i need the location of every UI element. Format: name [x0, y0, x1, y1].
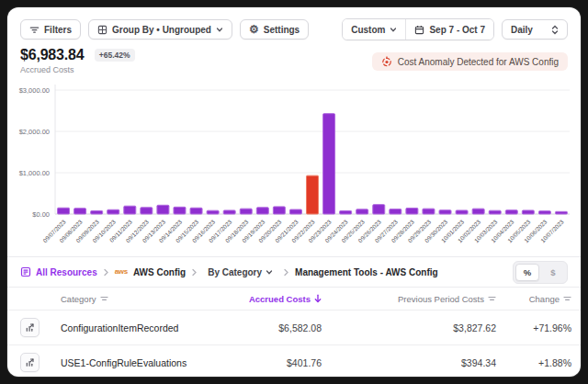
total-cost-value: $6,983.84 — [20, 47, 84, 62]
cost-bar-09/19/2023[interactable] — [256, 208, 268, 214]
column-accrued-label: Accrued Costs — [249, 294, 311, 304]
settings-button[interactable]: ⚙ Settings — [240, 19, 309, 40]
breadcrumb-root-label: All Resources — [36, 267, 97, 277]
cost-bar-09/15/2023[interactable] — [190, 208, 202, 214]
column-category[interactable]: Category — [61, 294, 187, 304]
accrued-cost-cell: $6,582.08 — [278, 322, 322, 333]
cost-bar-10/04/2023[interactable] — [505, 210, 517, 214]
cost-bar-09/20/2023[interactable] — [273, 207, 285, 214]
anomaly-bar-09/22/2023[interactable] — [307, 175, 319, 214]
cost-bar-09/27/2023[interactable] — [390, 209, 401, 214]
chart-area: $0.00$1,000.00$2,000.00$3,000.0009/07/20… — [7, 80, 581, 256]
cost-bar-10/07/2023[interactable] — [555, 211, 567, 214]
column-previous-period[interactable]: Previous Period Costs — [398, 294, 496, 304]
cost-delta-badge: +65.42% — [95, 49, 135, 62]
breadcrumb-all-resources[interactable]: All Resources — [20, 266, 97, 277]
category-cell: USE1-ConfigRuleEvaluations — [61, 357, 187, 368]
drill-down-button[interactable] — [20, 353, 40, 372]
cost-bar-09/12/2023[interactable] — [141, 208, 153, 214]
breadcrumb-detail: Management Tools - AWS Config — [295, 267, 438, 277]
table-row: USE1-ConfigRuleEvaluations$401.76$394.34… — [7, 344, 581, 377]
filters-button[interactable]: Filters — [20, 19, 81, 40]
updown-chevrons-icon — [551, 25, 559, 35]
cost-bar-09/26/2023[interactable] — [373, 205, 385, 214]
category-cell: ConfigurationItemRecorded — [61, 322, 187, 333]
unit-toggle: % $ — [513, 261, 568, 284]
y-tick-label: $3,000.00 — [19, 86, 50, 95]
table-body: ConfigurationItemRecorded$6,582.08$3,827… — [7, 310, 581, 377]
drill-down-button[interactable] — [20, 318, 40, 337]
breadcrumb: All Resources aws AWS Config By Category… — [7, 256, 581, 288]
kpi-block: $6,983.84 +65.42% Accrued Costs — [20, 47, 135, 74]
cost-bar-09/13/2023[interactable] — [157, 205, 169, 214]
cost-bar-09/18/2023[interactable] — [240, 209, 252, 214]
date-range-button[interactable]: Sep 7 - Oct 7 — [405, 19, 493, 40]
chevron-down-icon — [266, 268, 273, 276]
chevron-down-icon — [390, 26, 397, 33]
group-by-button[interactable]: Group By • Ungrouped — [88, 19, 232, 40]
grid-icon — [97, 25, 107, 35]
previous-cost-cell: $394.34 — [461, 357, 496, 368]
cost-bar-10/01/2023[interactable] — [456, 210, 468, 214]
settings-label: Settings — [264, 25, 300, 35]
table-row: ConfigurationItemRecorded$6,582.08$3,827… — [7, 310, 581, 344]
range-mode-button[interactable]: Custom — [343, 19, 405, 40]
cost-bar-09/08/2023[interactable] — [74, 209, 86, 214]
cost-bar-10/03/2023[interactable] — [489, 210, 501, 214]
range-mode-label: Custom — [351, 25, 385, 35]
breadcrumb-service: AWS Config — [133, 267, 186, 277]
cost-anomaly-alert[interactable]: Cost Anomaly Detected for AWS Config — [372, 52, 568, 71]
kpi-row: $6,983.84 +65.42% Accrued Costs Cost Ano… — [20, 47, 568, 78]
table-header: Category Accrued Costs Previous Period C… — [7, 288, 581, 310]
cost-bar-09/14/2023[interactable] — [174, 207, 186, 214]
resources-report-icon — [20, 266, 31, 277]
cost-bar-10/06/2023[interactable] — [538, 211, 550, 214]
aws-logo-icon: aws — [115, 267, 128, 276]
group-by-label: Group By • Ungrouped — [112, 25, 211, 35]
granularity-select[interactable]: Daily — [502, 19, 568, 40]
accrued-cost-cell: $401.76 — [287, 357, 322, 368]
calendar-icon — [414, 25, 424, 35]
sort-lines-icon — [488, 295, 496, 302]
cost-bar-09/30/2023[interactable] — [439, 210, 451, 214]
cost-bar-09/10/2023[interactable] — [107, 209, 119, 214]
sort-lines-icon — [563, 295, 571, 302]
anomaly-pulse-icon — [381, 56, 392, 67]
y-tick-label: $2,000.00 — [19, 128, 50, 136]
cost-bar-09/17/2023[interactable] — [223, 210, 235, 214]
percent-toggle-button[interactable]: % — [515, 264, 539, 281]
granularity-label: Daily — [511, 25, 533, 35]
gear-icon: ⚙ — [249, 24, 259, 35]
dollar-toggle-button[interactable]: $ — [541, 264, 565, 281]
filter-icon — [29, 25, 40, 35]
cost-bar-09/28/2023[interactable] — [406, 208, 418, 214]
cost-bar-09/07/2023[interactable] — [58, 208, 70, 214]
cost-bar-09/16/2023[interactable] — [207, 210, 219, 214]
column-change[interactable]: Change — [529, 294, 571, 304]
date-range-group: Custom Sep 7 - Oct 7 — [342, 18, 494, 40]
costs-table: Category Accrued Costs Previous Period C… — [7, 288, 581, 377]
cost-bar-10/05/2023[interactable] — [522, 210, 534, 214]
chevron-right-icon — [103, 268, 109, 277]
cost-bar-09/29/2023[interactable] — [423, 209, 435, 214]
dashboard-card: Filters Group By • Ungrouped ⚙ Settings … — [7, 7, 581, 377]
cost-bar-09/09/2023[interactable] — [91, 210, 103, 214]
chevron-right-icon — [191, 268, 198, 277]
column-category-label: Category — [61, 294, 96, 304]
previous-cost-cell: $3,827.62 — [453, 322, 496, 333]
breadcrumb-grouping-dropdown[interactable]: By Category — [203, 265, 277, 280]
column-change-label: Change — [529, 294, 560, 304]
cost-bar-10/02/2023[interactable] — [472, 209, 484, 214]
cost-bar-09/24/2023[interactable] — [340, 210, 352, 214]
cost-chart: $0.00$1,000.00$2,000.00$3,000.0009/07/20… — [7, 80, 581, 256]
kpi-label: Accrued Costs — [20, 65, 135, 74]
breadcrumb-grouping-label: By Category — [208, 267, 262, 277]
toolbar-right: Custom Sep 7 - Oct 7 Daily — [342, 18, 568, 40]
cost-bar-09/25/2023[interactable] — [356, 209, 368, 214]
change-cell: +1.88% — [538, 357, 571, 368]
cost-bar-09/11/2023[interactable] — [124, 206, 136, 214]
sort-lines-icon — [100, 295, 108, 302]
column-accrued-costs[interactable]: Accrued Costs — [249, 294, 322, 304]
cost-bar-09/23/2023[interactable] — [323, 114, 335, 214]
cost-bar-09/21/2023[interactable] — [289, 209, 301, 214]
